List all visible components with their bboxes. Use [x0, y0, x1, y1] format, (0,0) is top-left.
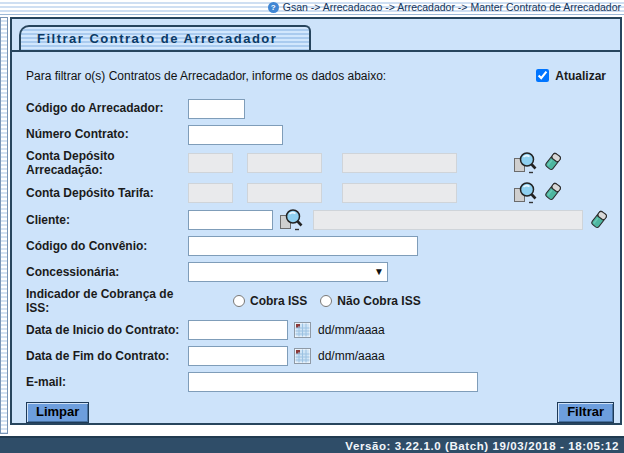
- eraser-icon[interactable]: [542, 151, 564, 173]
- cliente-codigo-input[interactable]: [188, 210, 273, 230]
- conta-arrecadacao-agencia-input: [247, 153, 322, 173]
- concessionaria-row: Concessionária: ▼: [26, 261, 620, 284]
- conta-tarifa-conta-input: [342, 183, 457, 203]
- conta-tarifa-actions: [513, 181, 564, 205]
- cliente-label: Cliente:: [26, 213, 188, 227]
- filter-form: Para filtrar o(s) Contratos de Arrecadad…: [12, 52, 620, 423]
- conta-deposito-arrecadacao-label: Conta Depósito Arrecadação:: [26, 149, 188, 178]
- codigo-convenio-input[interactable]: [188, 236, 418, 256]
- email-label: E-mail:: [26, 375, 188, 389]
- data-fim-input[interactable]: [188, 346, 288, 366]
- version-bar: Versão: 3.22.1.0 (Batch) 19/03/2018 - 18…: [0, 436, 624, 453]
- data-fim-row: Data de Fim do Contrato: dd/mm/aaaa: [26, 345, 620, 368]
- email-input[interactable]: [188, 372, 478, 392]
- numero-contrato-row: Número Contrato:: [26, 123, 620, 146]
- buttons-row: Limpar Filtrar: [26, 402, 614, 423]
- intro-row: Para filtrar o(s) Contratos de Arrecadad…: [26, 64, 620, 87]
- data-inicio-input[interactable]: [188, 320, 288, 340]
- nao-cobra-iss-radio[interactable]: [320, 295, 332, 307]
- iss-row: Indicador de Cobrança de ISS: Cobra ISS …: [26, 287, 620, 316]
- filter-panel: Filtrar Contrato de Arrecadador Para fil…: [10, 17, 622, 425]
- concessionaria-label: Concessionária:: [26, 265, 188, 279]
- conta-tarifa-agencia-input: [247, 183, 322, 203]
- iss-label: Indicador de Cobrança de ISS:: [26, 287, 188, 316]
- date-format-hint: dd/mm/aaaa: [318, 323, 385, 337]
- search-icon[interactable]: [279, 208, 305, 232]
- eraser-icon[interactable]: [588, 209, 610, 231]
- codigo-convenio-row: Código do Convênio:: [26, 235, 620, 258]
- email-row: E-mail:: [26, 371, 620, 394]
- conta-arrecadacao-conta-input: [342, 153, 457, 173]
- concessionaria-select[interactable]: [188, 262, 388, 282]
- eraser-icon[interactable]: [542, 181, 564, 203]
- codigo-arrecadador-label: Código do Arrecadador:: [26, 101, 188, 115]
- data-inicio-row: Data de Inicio do Contrato: dd/mm/aaaa: [26, 319, 620, 342]
- panel-tab-bar: Filtrar Contrato de Arrecadador: [12, 19, 620, 52]
- iss-radio-group: Cobra ISS Não Cobra ISS: [233, 294, 429, 308]
- conta-arrecadacao-actions: [513, 151, 564, 175]
- filtrar-button[interactable]: Filtrar: [557, 402, 614, 423]
- conta-deposito-arrecadacao-row: Conta Depósito Arrecadação:: [26, 149, 620, 178]
- page-title: Filtrar Contrato de Arrecadador: [19, 25, 311, 50]
- collapsed-menu-strip[interactable]: [0, 17, 8, 434]
- data-fim-label: Data de Fim do Contrato:: [26, 349, 188, 363]
- nao-cobra-iss-label: Não Cobra ISS: [337, 294, 420, 308]
- numero-contrato-input[interactable]: [188, 125, 283, 145]
- help-icon[interactable]: ?: [268, 2, 279, 13]
- limpar-button[interactable]: Limpar: [26, 402, 89, 423]
- atualizar-label: Atualizar: [555, 69, 606, 83]
- search-icon[interactable]: [513, 151, 539, 175]
- cliente-nome-input: [313, 210, 583, 230]
- numero-contrato-label: Número Contrato:: [26, 127, 188, 141]
- conta-deposito-tarifa-row: Conta Depósito Tarifa:: [26, 181, 620, 205]
- codigo-arrecadador-row: Código do Arrecadador:: [26, 97, 620, 120]
- data-inicio-label: Data de Inicio do Contrato:: [26, 323, 188, 337]
- conta-deposito-tarifa-label: Conta Depósito Tarifa:: [26, 186, 188, 200]
- calendar-icon[interactable]: [294, 348, 311, 364]
- atualizar-group: Atualizar: [536, 69, 606, 83]
- intro-text: Para filtrar o(s) Contratos de Arrecadad…: [26, 69, 386, 83]
- codigo-convenio-label: Código do Convênio:: [26, 239, 188, 253]
- breadcrumb-bar: ? Gsan -> Arrecadacao -> Arrecadador -> …: [0, 0, 624, 15]
- codigo-arrecadador-input[interactable]: [188, 99, 245, 119]
- version-text: Versão: 3.22.1.0 (Batch) 19/03/2018 - 18…: [345, 440, 624, 452]
- search-icon[interactable]: [513, 181, 539, 205]
- atualizar-checkbox[interactable]: [536, 69, 549, 82]
- cobra-iss-label: Cobra ISS: [250, 294, 307, 308]
- conta-arrecadacao-banco-input: [188, 153, 233, 173]
- calendar-icon[interactable]: [294, 322, 311, 338]
- date-format-hint: dd/mm/aaaa: [318, 349, 385, 363]
- cliente-row: Cliente:: [26, 208, 620, 232]
- breadcrumb: Gsan -> Arrecadacao -> Arrecadador -> Ma…: [283, 1, 621, 13]
- cobra-iss-radio[interactable]: [233, 295, 245, 307]
- conta-tarifa-banco-input: [188, 183, 233, 203]
